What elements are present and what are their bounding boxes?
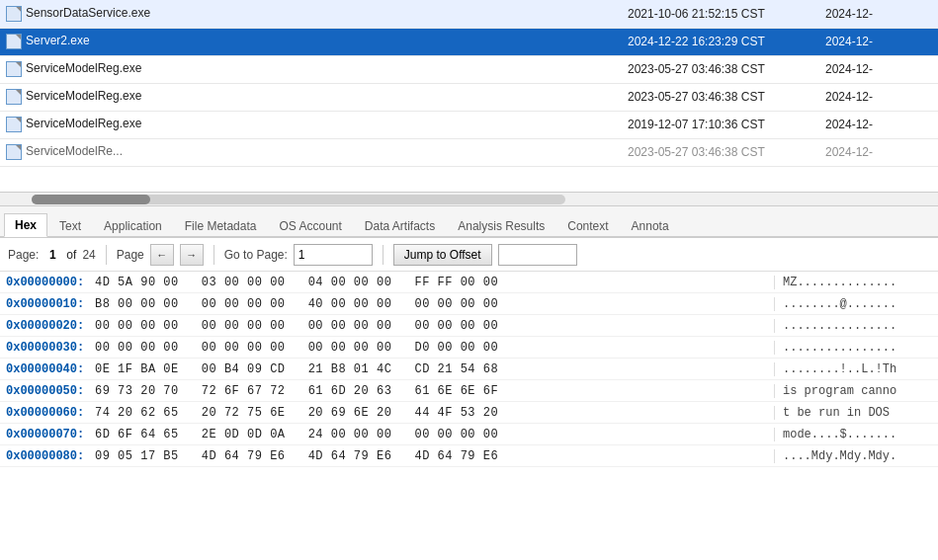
hex-offset: 0x00000050:	[6, 384, 95, 398]
prev-page-button[interactable]: ←	[150, 244, 174, 266]
file-name: ServiceModelReg.exe	[26, 117, 141, 130]
main-container: SensorDataService.exe2021-10-06 21:52:15…	[0, 0, 938, 560]
file-date1: 2023-05-27 03:46:38 CST	[622, 138, 819, 166]
hex-bytes: 69 73 20 70 72 6F 67 72 61 6D 20 63 61 6…	[95, 384, 774, 398]
file-date2: 2024-12-	[819, 28, 938, 55]
file-date2: 2024-12-	[819, 138, 938, 166]
hex-ascii: is program canno	[774, 384, 932, 398]
file-name: ServiceModelReg.exe	[26, 61, 141, 75]
hex-ascii: ........!..L.!Th	[774, 362, 932, 376]
tab-hex[interactable]: Hex	[4, 213, 47, 237]
file-icon	[6, 89, 22, 105]
hex-ascii: mode....$.......	[774, 428, 932, 441]
hex-row: 0x00000060:74 20 62 65 20 72 75 6E 20 69…	[0, 402, 938, 424]
hex-ascii: ........@.......	[774, 297, 932, 311]
total-pages: 24	[82, 248, 95, 262]
file-table-row[interactable]: SensorDataService.exe2021-10-06 21:52:15…	[0, 0, 938, 28]
file-table-row[interactable]: ServiceModelReg.exe2023-05-27 03:46:38 C…	[0, 83, 938, 111]
file-date2: 2024-12-	[819, 55, 938, 83]
tab-os-account[interactable]: OS Account	[268, 214, 352, 237]
hex-offset: 0x00000030:	[6, 341, 95, 355]
hex-row: 0x00000030:00 00 00 00 00 00 00 00 00 00…	[0, 337, 938, 359]
hex-ascii: ................	[774, 341, 932, 355]
file-icon	[6, 144, 22, 160]
hex-row: 0x00000080:09 05 17 B5 4D 64 79 E6 4D 64…	[0, 445, 938, 467]
hex-bytes: 4D 5A 90 00 03 00 00 00 04 00 00 00 FF F…	[95, 276, 774, 289]
file-name-cell: ServiceModelReg.exe	[0, 111, 257, 138]
go-to-page-input[interactable]	[294, 244, 373, 266]
page-nav-label: Page	[117, 248, 144, 262]
hex-offset: 0x00000000:	[6, 276, 95, 289]
file-name-cell: ServiceModelReg.exe	[0, 55, 257, 83]
hex-offset: 0x00000040:	[6, 362, 95, 376]
hex-ascii: ................	[774, 319, 932, 333]
hex-offset: 0x00000070:	[6, 428, 95, 441]
file-date1: 2023-05-27 03:46:38 CST	[622, 83, 819, 111]
file-name: SensorDataService.exe	[26, 6, 150, 20]
tab-annota[interactable]: Annota	[621, 214, 680, 237]
tab-analysis-results[interactable]: Analysis Results	[447, 214, 555, 237]
file-date2: 2024-12-	[819, 83, 938, 111]
file-icon	[6, 61, 22, 77]
scrollbar-thumb[interactable]	[32, 195, 150, 204]
file-name: ServiceModelRe...	[26, 144, 123, 158]
tab-application[interactable]: Application	[93, 214, 173, 237]
go-to-page-label: Go to Page:	[224, 248, 288, 262]
file-table: SensorDataService.exe2021-10-06 21:52:15…	[0, 0, 938, 167]
file-icon	[6, 6, 22, 22]
file-date1: 2023-05-27 03:46:38 CST	[622, 55, 819, 83]
file-name: Server2.exe	[26, 34, 90, 47]
hex-offset: 0x00000010:	[6, 297, 95, 311]
file-name: ServiceModelReg.exe	[26, 89, 141, 103]
separator-3	[383, 245, 384, 265]
hex-row: 0x00000070:6D 6F 64 65 2E 0D 0D 0A 24 00…	[0, 424, 938, 445]
hex-bytes: 0E 1F BA 0E 00 B4 09 CD 21 B8 01 4C CD 2…	[95, 362, 774, 376]
tab-data-artifacts[interactable]: Data Artifacts	[354, 214, 446, 237]
hex-offset: 0x00000080:	[6, 449, 95, 463]
hex-offset: 0x00000020:	[6, 319, 95, 333]
file-date2: 2024-12-	[819, 111, 938, 138]
tab-context[interactable]: Context	[556, 214, 619, 237]
file-icon	[6, 117, 22, 132]
tab-file-metadata[interactable]: File Metadata	[174, 214, 268, 237]
hex-ascii: t be run in DOS	[774, 406, 932, 420]
file-table-row[interactable]: Server2.exe2024-12-22 16:23:29 CST2024-1…	[0, 28, 938, 55]
hex-bytes: 09 05 17 B5 4D 64 79 E6 4D 64 79 E6 4D 6…	[95, 449, 774, 463]
separator-2	[213, 245, 214, 265]
hex-offset: 0x00000060:	[6, 406, 95, 420]
hex-bytes: 74 20 62 65 20 72 75 6E 20 69 6E 20 44 4…	[95, 406, 774, 420]
file-date1: 2021-10-06 21:52:15 CST	[622, 0, 819, 28]
hex-content: 0x00000000:4D 5A 90 00 03 00 00 00 04 00…	[0, 272, 938, 560]
file-table-row[interactable]: ServiceModelReg.exe2019-12-07 17:10:36 C…	[0, 111, 938, 138]
hex-row: 0x00000050:69 73 20 70 72 6F 67 72 61 6D…	[0, 380, 938, 402]
file-list-area: SensorDataService.exe2021-10-06 21:52:15…	[0, 0, 938, 193]
hex-ascii: MZ..............	[774, 276, 932, 289]
page-label: Page:	[8, 248, 39, 262]
file-icon	[6, 34, 22, 49]
hex-bytes: 6D 6F 64 65 2E 0D 0D 0A 24 00 00 00 00 0…	[95, 428, 774, 441]
file-date1: 2024-12-22 16:23:29 CST	[622, 28, 819, 55]
hex-controls: Page: 1 of 24 Page ← → Go to Page: Jump …	[0, 238, 938, 272]
jump-offset-input[interactable]	[498, 244, 577, 266]
scrollbar-area[interactable]	[0, 193, 938, 206]
of-label: of	[66, 248, 76, 262]
file-table-row[interactable]: ServiceModelReg.exe2023-05-27 03:46:38 C…	[0, 55, 938, 83]
horizontal-scrollbar[interactable]	[32, 195, 565, 204]
hex-row: 0x00000020:00 00 00 00 00 00 00 00 00 00…	[0, 315, 938, 337]
file-table-row[interactable]: ServiceModelRe...2023-05-27 03:46:38 CST…	[0, 138, 938, 166]
separator-1	[106, 245, 107, 265]
hex-bytes: B8 00 00 00 00 00 00 00 40 00 00 00 00 0…	[95, 297, 774, 311]
file-name-cell: ServiceModelReg.exe	[0, 83, 257, 111]
file-name-cell: Server2.exe	[0, 28, 257, 55]
next-page-button[interactable]: →	[180, 244, 204, 266]
hex-row: 0x00000040:0E 1F BA 0E 00 B4 09 CD 21 B8…	[0, 359, 938, 380]
current-page: 1	[44, 248, 60, 262]
tab-text[interactable]: Text	[48, 214, 92, 237]
hex-ascii: ....Mdy.Mdy.Mdy.	[774, 449, 932, 463]
jump-to-offset-button[interactable]: Jump to Offset	[393, 244, 492, 266]
file-date1: 2019-12-07 17:10:36 CST	[622, 111, 819, 138]
tabs-bar: HexTextApplicationFile MetadataOS Accoun…	[0, 206, 938, 238]
hex-row: 0x00000000:4D 5A 90 00 03 00 00 00 04 00…	[0, 272, 938, 293]
hex-row: 0x00000010:B8 00 00 00 00 00 00 00 40 00…	[0, 293, 938, 315]
hex-bytes: 00 00 00 00 00 00 00 00 00 00 00 00 D0 0…	[95, 341, 774, 355]
